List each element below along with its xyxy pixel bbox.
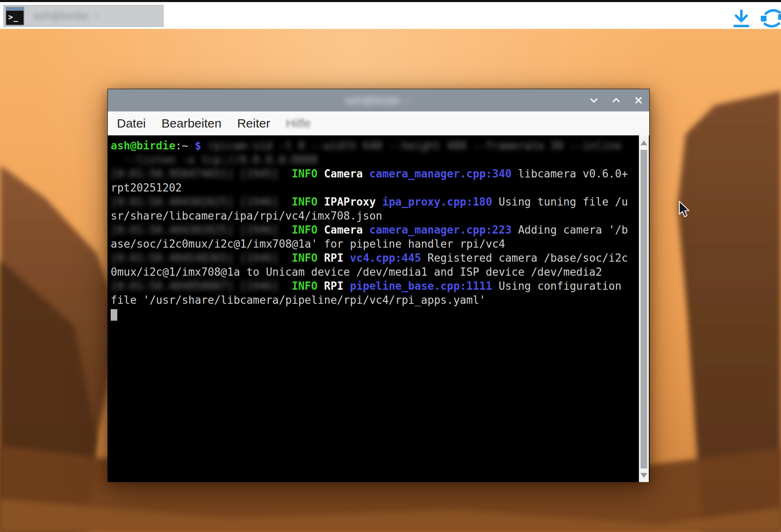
download-icon[interactable] xyxy=(732,9,751,31)
menu-item-datei[interactable]: Datei xyxy=(117,116,146,130)
terminal-line: [0:01:50.404302025] [1946] INFO IPAProxy… xyxy=(111,195,628,209)
terminal-line: ase/soc/i2c0mux/i2c@1/imx708@1a' for pip… xyxy=(111,237,628,251)
scrollbar-thumb[interactable] xyxy=(641,150,647,468)
terminal-line: --listen -o tcp://0.0.0.0:8888 xyxy=(111,153,628,167)
window-titlebar[interactable]: ash@birdie: ~ xyxy=(108,89,649,111)
menu-bar: DateiBearbeitenReiterHilfe xyxy=(108,111,649,135)
scroll-down-icon[interactable] xyxy=(641,473,647,478)
terminal-line: [0:01:50.404850007] [1946] INFO RPI pipe… xyxy=(111,279,628,293)
top-edge-strip xyxy=(0,0,781,2)
menu-item-reiter[interactable]: Reiter xyxy=(237,116,270,130)
terminal-cursor xyxy=(111,309,117,321)
terminal-window: ash@birdie: ~ DateiBearbeitenReiterHilfe… xyxy=(107,89,650,482)
terminal-line: [0:01:50.404548365] [1946] INFO RPI vc4.… xyxy=(111,251,628,265)
terminal-line: [0:01:50.950474651] [1945] INFO Camera c… xyxy=(111,167,628,181)
maximize-button[interactable] xyxy=(611,95,621,105)
sync-icon[interactable] xyxy=(760,7,781,31)
terminal-output: ash@birdie:~ $ rpicam-vid -t 0 --width 6… xyxy=(111,139,628,321)
minimize-button[interactable] xyxy=(589,95,599,105)
terminal-scrollbar[interactable] xyxy=(639,135,649,482)
terminal-line: 0mux/i2c@1/imx708@1a to Unicam device /d… xyxy=(111,265,628,279)
scroll-up-icon[interactable] xyxy=(641,140,647,145)
menu-item-hilfe[interactable]: Hilfe xyxy=(286,116,311,130)
top-toolbar: >_ ash@birdie: ~ xyxy=(0,2,781,29)
terminal-line: sr/share/libcamera/ipa/rpi/vc4/imx708.js… xyxy=(111,209,628,223)
taskbar-tab-title: ash@birdie: ~ xyxy=(33,9,100,22)
terminal-icon: >_ xyxy=(5,7,24,26)
close-button[interactable] xyxy=(634,95,643,105)
terminal-line: [0:01:50.404302825] [1946] INFO Camera c… xyxy=(111,223,628,237)
terminal-line: rpt20251202 xyxy=(111,181,628,195)
terminal-line: file '/usr/share/libcamera/pipeline/rpi/… xyxy=(111,293,628,307)
terminal-line: ash@birdie:~ $ rpicam-vid -t 0 --width 6… xyxy=(111,139,628,153)
menu-item-bearbeiten[interactable]: Bearbeiten xyxy=(161,116,221,130)
taskbar-terminal-tab[interactable]: >_ ash@birdie: ~ xyxy=(3,5,164,27)
mouse-cursor-icon xyxy=(678,201,691,220)
window-title: ash@birdie: ~ xyxy=(345,94,412,107)
terminal-screen[interactable]: ash@birdie:~ $ rpicam-vid -t 0 --width 6… xyxy=(108,135,649,482)
terminal-cursor-line xyxy=(111,307,628,321)
